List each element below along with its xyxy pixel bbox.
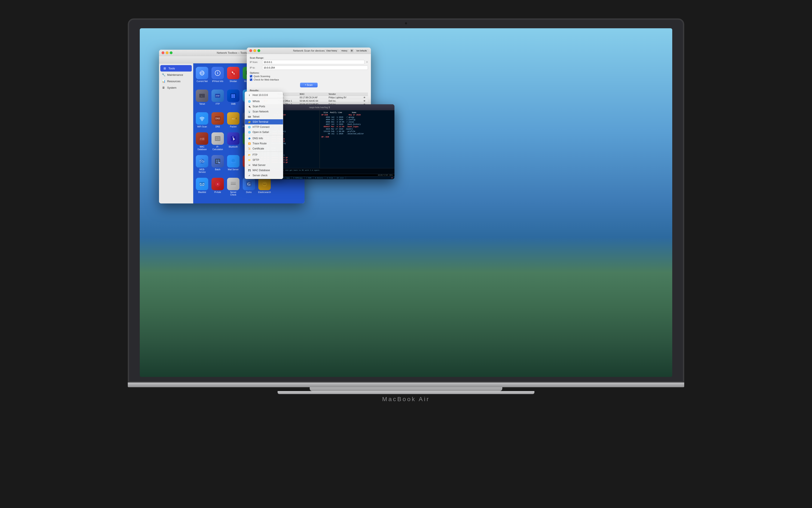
- tool-item-currentnet[interactable]: Current Net: [195, 65, 209, 87]
- pane-right-row-2[interactable]: 4096 Jul 1 2020 /.config: [322, 119, 393, 121]
- ip-to-input[interactable]: [262, 66, 368, 70]
- pane-right-row-6[interactable]: 3025 Mar 27 2020 .bashrc: [322, 128, 393, 130]
- scan-traffic-lights: [249, 49, 260, 52]
- scan-network-icon: 📡: [248, 110, 251, 113]
- iphostinfo-icon: i: [211, 67, 224, 79]
- menu-divider-3: [245, 152, 283, 152]
- menu-item-ssh[interactable]: 🔐 SSH Terminal: [245, 119, 283, 124]
- svg-text:FTP: FTP: [216, 95, 220, 97]
- term-tab-5[interactable]: 5 copy: [282, 176, 292, 179]
- tool-item-blacklist[interactable]: Blacklist: [195, 176, 209, 198]
- term-tab-10[interactable]: 10 init: [335, 176, 346, 179]
- menu-item-safari[interactable]: 🌐 Open in Safari: [245, 130, 283, 135]
- svg-text:π: π: [217, 182, 218, 185]
- minimize-button[interactable]: [165, 51, 169, 54]
- pane-right-row-up[interactable]: UP-DIR May 27 2020: [322, 114, 393, 116]
- tool-item-pihole[interactable]: π Pi-hole: [210, 176, 225, 198]
- tool-item-elasticsearch[interactable]: Elasticsearch: [257, 176, 272, 198]
- menu-item-certificate[interactable]: 📜 Certificate: [245, 146, 283, 151]
- svg-rect-30: [231, 94, 233, 96]
- tool-item-macdatabase[interactable]: AA:BBCC:DD MAC Database: [195, 131, 209, 152]
- tool-item-batch[interactable]: Batch: [210, 153, 225, 175]
- menu-item-telnet[interactable]: ⌨ Telnet: [245, 114, 283, 119]
- pane-right-row-5[interactable]: 886937 Mar 9 13:09 .bash_logou: [322, 126, 393, 128]
- set-defaults-button[interactable]: Set Defaults: [355, 49, 368, 52]
- telnet-icon: >_: [196, 89, 208, 102]
- currentnet-icon: [196, 67, 208, 79]
- tool-item-webservice[interactable]: WEB-Service: [195, 153, 209, 175]
- menu-item-macdatabase[interactable]: 💾 MAC Database: [245, 168, 283, 173]
- tool-item-servercheck[interactable]: Server Check: [226, 176, 241, 198]
- sidebar-item-maintenance[interactable]: 🔧 Maintenance: [159, 72, 193, 78]
- menu-scan-ports-label: Scan Ports: [252, 105, 265, 108]
- menu-item-mailserver[interactable]: ✉ Mail Server: [245, 163, 283, 168]
- pane-right-row-7[interactable]: 131126 Feb 1 00:00 .profile: [322, 130, 393, 133]
- tool-item-iphostinfo[interactable]: i IP/Host Info: [210, 65, 225, 87]
- quick-scanning-checkbox[interactable]: ✓: [250, 75, 252, 78]
- clear-history-button[interactable]: Clear history: [325, 49, 339, 52]
- pane-right-row-8[interactable]: 66 Jul 1 2020 .selected_editor: [322, 133, 393, 135]
- menu-item-dns[interactable]: 🔷 DNS Info: [245, 136, 283, 141]
- term-tab-8[interactable]: 8 Delete: [313, 176, 325, 179]
- sidebar-maintenance-label: Maintenance: [167, 73, 183, 77]
- menu-item-scan-network[interactable]: 📡 Scan Network: [245, 109, 283, 114]
- scan-button[interactable]: • Scan: [300, 83, 318, 87]
- svg-rect-32: [233, 94, 235, 96]
- wifiscan-icon: [196, 112, 208, 125]
- shodan-icon: [227, 67, 239, 79]
- menu-ftp-label: FTP: [252, 153, 257, 156]
- scan-minimize-button[interactable]: [253, 49, 256, 52]
- safari-icon: 🌐: [248, 131, 251, 134]
- tool-item-telnet[interactable]: >_ Telnet: [195, 88, 209, 109]
- tool-item-dorks[interactable]: G Dorks: [242, 176, 256, 198]
- sidebar-item-resources[interactable]: 📊 Resources: [159, 78, 193, 84]
- pane-right-row-4[interactable]: 4037 Jul 1 2020 .bash_history: [322, 123, 393, 126]
- elasticsearch-label: Elasticsearch: [258, 191, 271, 194]
- ipcalculation-icon: 172.16.x255.255: [211, 132, 224, 145]
- ip-from-label: IP from:: [250, 61, 260, 64]
- tool-item-bluetooth[interactable]: Bluetooth: [226, 131, 241, 152]
- svg-rect-31: [231, 96, 233, 98]
- scan-settings-icon[interactable]: ⚙: [350, 49, 353, 52]
- pane-right-row-1[interactable]: 4096 Jul 1 2020 /.gnupg: [322, 116, 393, 119]
- tool-item-wifiscan[interactable]: WiFi Scan: [195, 111, 209, 129]
- scan-ports-icon: 🔌: [248, 105, 251, 108]
- resources-icon: 📊: [161, 79, 165, 83]
- term-tab-9[interactable]: 9 htlm: [325, 176, 335, 179]
- close-button[interactable]: [161, 51, 164, 54]
- sidebar-item-system[interactable]: 🖥 System: [159, 84, 193, 91]
- tool-item-shodan[interactable]: Shodan: [226, 65, 241, 87]
- menu-item-trace[interactable]: 🔀 Trace Route: [245, 141, 283, 146]
- menu-item-scan-ports[interactable]: 🔌 Scan Ports: [245, 104, 283, 109]
- tool-item-packet[interactable]: PKT Packet: [226, 111, 241, 129]
- ip-from-input[interactable]: [262, 60, 365, 64]
- camera-notch: [405, 22, 407, 25]
- scan-close-button[interactable]: [249, 49, 252, 52]
- pane-right-row-3[interactable]: 4096 Dec 4 18:05 /.local: [322, 121, 393, 123]
- tool-item-ipcalculation[interactable]: 172.16.x255.255 IP-Calculation: [210, 131, 225, 152]
- term-tab-6[interactable]: 6 NVRcopy: [291, 176, 304, 179]
- svg-rect-91: [218, 160, 220, 161]
- smb-icon: [227, 89, 239, 102]
- menu-item-servercheck[interactable]: ✔ Server check: [245, 173, 283, 178]
- menu-item-whois[interactable]: 🌐 Whois: [245, 99, 283, 104]
- maximize-button[interactable]: [170, 51, 173, 54]
- term-tab-7[interactable]: 7 NVR: [304, 176, 313, 179]
- menu-server-check-label: Server check: [252, 174, 268, 177]
- tool-item-smb[interactable]: SMB: [226, 88, 241, 109]
- tool-item-mailserver[interactable]: Mail Server: [226, 153, 241, 175]
- menu-item-host-info[interactable]: ℹ Host 10.0.0.6: [245, 92, 283, 98]
- sidebar-item-tools[interactable]: ⊞ Tools: [160, 65, 192, 72]
- term-tab-exit[interactable]: ⊠: [390, 176, 394, 179]
- tool-item-ftp[interactable]: FTP FTP: [210, 88, 225, 109]
- menu-item-ftp[interactable]: 📂 FTP: [245, 152, 283, 158]
- menu-ssh-label: SSH Terminal: [252, 120, 268, 123]
- check-web-checkbox[interactable]: ✓: [250, 78, 252, 81]
- svg-text:>_: >_: [201, 95, 203, 97]
- history-button[interactable]: History: [340, 49, 349, 52]
- tool-item-dns[interactable]: DNS DNS: [210, 111, 225, 129]
- menu-item-sftp[interactable]: 📁 SFTP: [245, 158, 283, 163]
- menu-item-http[interactable]: 🌐 HTTP Connect: [245, 124, 283, 130]
- menu-sftp-label: SFTP: [252, 159, 259, 162]
- scan-maximize-button[interactable]: [257, 49, 260, 52]
